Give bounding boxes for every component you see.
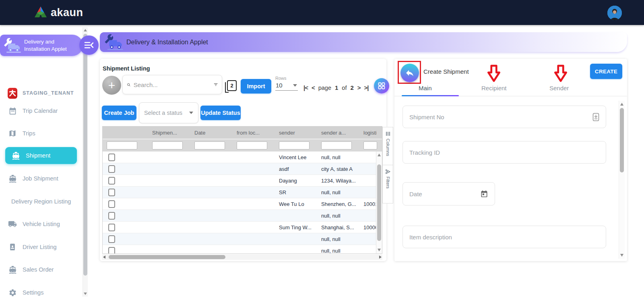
date-field[interactable]: Date xyxy=(402,182,495,206)
page-word: page xyxy=(318,85,331,91)
row-checkbox[interactable] xyxy=(108,154,115,161)
grid-view-button[interactable] xyxy=(374,78,389,93)
filter-input-from-location[interactable] xyxy=(237,141,267,149)
scroll-right-icon[interactable] xyxy=(379,255,382,259)
auto-number-icon[interactable] xyxy=(592,113,599,121)
columns-tab-label: Columns xyxy=(386,139,390,156)
filter-input-select[interactable] xyxy=(107,141,137,149)
column-header[interactable]: logistics ... xyxy=(359,130,376,136)
row-checkbox[interactable] xyxy=(108,200,115,208)
user-avatar[interactable] xyxy=(607,5,622,21)
sidebar-item-settings[interactable]: Settings xyxy=(0,285,82,300)
back-button[interactable] xyxy=(400,64,419,82)
rows-per-page-select[interactable]: Rows 10 xyxy=(275,76,299,91)
filter-input-logistics[interactable] xyxy=(363,141,377,149)
table-row[interactable]: SR null, null xyxy=(103,187,382,198)
scroll-up-icon[interactable] xyxy=(620,103,623,106)
sidebar-item-trips[interactable]: Trips xyxy=(0,126,82,141)
filter-list-icon[interactable] xyxy=(214,82,218,87)
table-row[interactable]: null, null xyxy=(103,245,382,253)
sidebar-item-job-shipment[interactable]: Job Shipment xyxy=(0,171,82,186)
row-checkbox[interactable] xyxy=(108,235,115,243)
table-row[interactable]: Dayang 1234, Wilaya... xyxy=(103,175,382,187)
row-checkbox[interactable] xyxy=(108,247,115,254)
item-description-field[interactable]: Item description xyxy=(402,226,606,248)
cell-sender: Wee Tu Lo xyxy=(275,201,317,207)
calendar-picker-icon[interactable] xyxy=(480,190,488,198)
tab-sender[interactable]: Sender xyxy=(549,85,569,91)
sidebar-applet-header[interactable]: Delivery and Installation Applet xyxy=(0,35,83,56)
sidebar-item-delivery-region-listing[interactable]: Delivery Region Listing xyxy=(0,194,82,209)
table-row[interactable]: Vincent Lee null, null xyxy=(103,152,382,163)
search-input[interactable] xyxy=(134,81,214,88)
filter-input-date[interactable] xyxy=(194,141,225,149)
search-box[interactable] xyxy=(122,75,222,94)
scrollbar-thumb[interactable] xyxy=(377,164,381,241)
gear-icon xyxy=(8,288,17,297)
row-checkbox[interactable] xyxy=(108,224,115,231)
add-shipment-button[interactable]: + xyxy=(102,76,121,95)
filter-input-sender[interactable] xyxy=(279,141,310,149)
sidebar-item-sales-order[interactable]: Sales Order xyxy=(0,262,82,277)
column-header[interactable]: Date xyxy=(190,130,233,136)
filters-side-tab[interactable]: Filters xyxy=(382,165,393,203)
filter-input-sender-address[interactable] xyxy=(321,141,352,149)
tab-recipient[interactable]: Recipient xyxy=(481,85,507,91)
sidebar-item-label: Trips xyxy=(23,130,35,137)
table-row[interactable]: asdf city A, state A xyxy=(103,163,382,175)
create-job-button[interactable]: Create Job xyxy=(102,106,136,120)
column-header[interactable]: Shipmen... xyxy=(148,130,190,136)
row-checkbox[interactable] xyxy=(108,212,115,220)
update-status-button[interactable]: Update Status xyxy=(200,106,241,120)
row-checkbox[interactable] xyxy=(108,165,115,173)
filters-tab-label: Filters xyxy=(386,176,390,189)
columns-side-tab[interactable]: Columns xyxy=(382,127,393,165)
table-row[interactable]: Wee Tu Lo Shenzhen, G... 10001 xyxy=(103,198,382,210)
scroll-down-icon[interactable] xyxy=(620,254,623,257)
sidebar-item-driver-listing[interactable]: Driver Listing xyxy=(0,239,82,255)
sidebar-item-vehicle-listing[interactable]: Vehicle Listing xyxy=(0,216,82,232)
import-button[interactable]: Import xyxy=(241,79,271,93)
column-header[interactable]: sender xyxy=(275,130,317,136)
delivery-truck-wrench-icon xyxy=(103,33,124,52)
sidebar-item-label: Job Shipment xyxy=(23,175,58,182)
create-button[interactable]: CREATE xyxy=(590,64,622,79)
scroll-down-icon[interactable] xyxy=(378,249,381,251)
tracking-id-field[interactable]: Tracking ID xyxy=(402,141,606,164)
page-size-2-icon[interactable]: 2 xyxy=(227,80,237,91)
scroll-up-icon[interactable] xyxy=(378,154,381,156)
shipment-no-field[interactable]: Shipment No xyxy=(402,106,606,128)
status-select[interactable]: Select a status xyxy=(139,102,198,123)
row-checkbox[interactable] xyxy=(108,189,115,196)
table-row[interactable]: null, null xyxy=(103,233,382,245)
scroll-left-icon[interactable] xyxy=(103,255,105,259)
scroll-up-icon[interactable] xyxy=(84,29,87,31)
column-header[interactable]: sender a... xyxy=(317,130,359,136)
sidebar-item-shipment[interactable]: Shipment xyxy=(5,147,77,164)
sidebar-collapse-button[interactable] xyxy=(79,35,99,55)
scrollbar-thumb[interactable] xyxy=(83,34,87,276)
tab-main[interactable]: Main xyxy=(419,85,432,91)
akaun-triangle-icon xyxy=(34,6,47,19)
next-page-button[interactable]: > xyxy=(357,84,361,91)
first-page-button[interactable]: |< xyxy=(303,84,308,91)
row-checkbox[interactable] xyxy=(108,177,115,185)
table-horizontal-scrollbar[interactable] xyxy=(102,254,382,260)
table-row[interactable]: null, null xyxy=(103,210,382,222)
scrollbar-thumb[interactable] xyxy=(109,255,225,259)
filter-input-shipment[interactable] xyxy=(152,141,183,149)
last-page-button[interactable]: >| xyxy=(364,84,369,91)
column-header[interactable]: from loc... xyxy=(233,130,275,136)
brand-logo[interactable]: akaun xyxy=(34,6,83,19)
panel-scrollbar[interactable] xyxy=(619,101,625,259)
sidebar-item-trip-calendar[interactable]: Trip Calendar xyxy=(0,103,82,118)
table-vertical-scrollbar[interactable] xyxy=(376,152,382,253)
table-row[interactable]: Sum Ting W... Shanghai, S... 10000 xyxy=(103,222,382,233)
scroll-down-icon[interactable] xyxy=(84,293,87,295)
sidebar-scrollbar[interactable] xyxy=(83,27,88,297)
cell-sender-address: null, null xyxy=(317,154,359,160)
prev-page-button[interactable]: < xyxy=(312,84,315,91)
sidebar-item-staging-tenant[interactable]: STAGING_TENANT xyxy=(0,85,82,101)
scrollbar-thumb[interactable] xyxy=(620,108,624,172)
tracking-id-placeholder: Tracking ID xyxy=(409,149,440,156)
